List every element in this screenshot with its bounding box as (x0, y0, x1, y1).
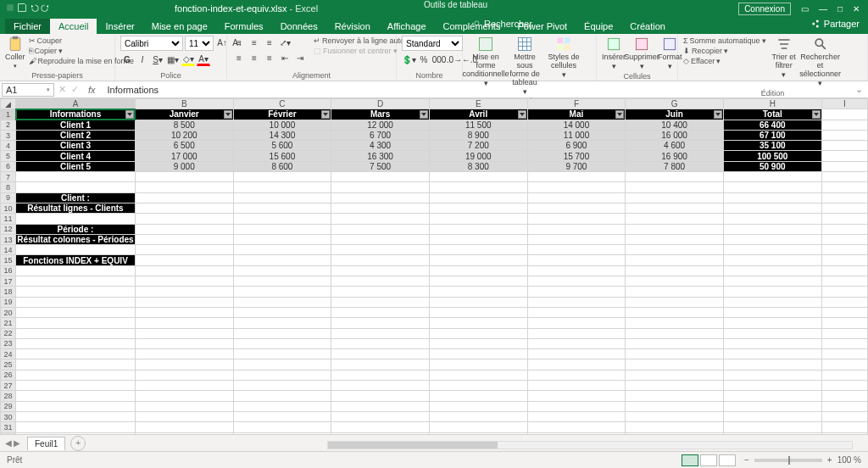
cell[interactable] (527, 381, 626, 391)
border-icon[interactable]: ▦▾ (166, 53, 180, 66)
inc-decimal-icon[interactable]: .0→ (448, 53, 461, 66)
cell[interactable] (429, 172, 527, 182)
row-header[interactable]: 22 (1, 328, 16, 338)
cell[interactable] (429, 307, 527, 317)
cell[interactable] (331, 401, 430, 411)
table-cell[interactable]: 15 700 (527, 151, 626, 161)
row-header[interactable]: 13 (1, 234, 16, 244)
cell[interactable] (626, 297, 724, 307)
cell[interactable] (429, 422, 527, 432)
enter-formula-icon[interactable]: ✓ (71, 84, 79, 95)
cell[interactable] (233, 265, 331, 276)
add-sheet-button[interactable]: + (70, 436, 86, 451)
cell[interactable] (331, 349, 430, 359)
cell[interactable] (233, 401, 331, 411)
cell[interactable] (429, 234, 527, 244)
cell[interactable] (135, 391, 233, 401)
cell[interactable] (723, 224, 821, 234)
col-header[interactable]: A (16, 99, 136, 109)
cell[interactable] (16, 411, 136, 421)
cell[interactable] (821, 422, 867, 432)
table-cell[interactable]: 8 900 (429, 130, 527, 140)
fx-icon[interactable]: fx (88, 85, 96, 95)
cell[interactable] (821, 401, 867, 411)
table-cell[interactable]: 14 000 (527, 120, 626, 130)
table-header-cell[interactable]: Mars (331, 109, 430, 120)
cell[interactable] (429, 245, 527, 255)
cell[interactable] (233, 182, 331, 192)
orientation-icon[interactable]: ⤢▾ (278, 36, 292, 49)
cell[interactable] (331, 214, 430, 224)
cell[interactable] (723, 370, 821, 380)
cell[interactable] (821, 411, 867, 421)
cell[interactable] (233, 192, 331, 203)
zoom-in-icon[interactable]: + (827, 455, 832, 465)
cell[interactable] (527, 422, 626, 432)
row-header[interactable]: 7 (1, 172, 16, 182)
cell[interactable] (429, 297, 527, 307)
cell[interactable] (233, 224, 331, 234)
align-top-icon[interactable]: ≡ (232, 36, 246, 49)
cell[interactable] (429, 265, 527, 276)
cell[interactable] (233, 287, 331, 297)
cell[interactable] (135, 422, 233, 432)
table-cell[interactable]: 50 900 (723, 161, 821, 171)
cell[interactable] (821, 214, 867, 224)
info-cell[interactable]: Résultat lignes - Clients (16, 203, 136, 213)
underline-icon[interactable]: S▾ (151, 53, 164, 66)
cell[interactable] (135, 287, 233, 297)
cell[interactable] (723, 203, 821, 213)
cell[interactable] (527, 338, 626, 348)
cell[interactable] (527, 370, 626, 380)
table-cell[interactable]: 16 900 (626, 151, 724, 161)
cell[interactable] (527, 297, 626, 307)
cell[interactable] (331, 307, 430, 317)
cell[interactable] (626, 422, 724, 432)
cell[interactable] (331, 245, 430, 255)
cell[interactable] (16, 287, 136, 297)
cell[interactable] (429, 338, 527, 348)
cell[interactable] (527, 224, 626, 234)
table-cell[interactable]: 35 100 (723, 141, 821, 151)
font-size-select[interactable]: 11 (185, 36, 214, 51)
insert-cells-button[interactable]: Insérer▾ (602, 36, 626, 71)
cell[interactable] (429, 192, 527, 203)
maximize-icon[interactable]: □ (837, 4, 843, 14)
cell[interactable] (527, 234, 626, 244)
cell[interactable] (626, 411, 724, 421)
row-header[interactable]: 17 (1, 276, 16, 287)
cell[interactable] (821, 307, 867, 317)
table-cell[interactable]: 8 300 (429, 161, 527, 171)
cell[interactable] (626, 328, 724, 338)
table-header-cell[interactable]: Janvier (135, 109, 233, 120)
col-header[interactable]: G (626, 99, 724, 109)
cell[interactable] (233, 411, 331, 421)
cell[interactable] (527, 276, 626, 287)
cell[interactable] (429, 287, 527, 297)
cell[interactable] (233, 297, 331, 307)
zoom-out-icon[interactable]: − (744, 455, 749, 465)
table-row-label[interactable]: Client 5 (16, 161, 136, 171)
row-header[interactable]: 4 (1, 141, 16, 151)
cell[interactable] (626, 182, 724, 192)
row-header[interactable]: 14 (1, 245, 16, 255)
row-header[interactable]: 21 (1, 318, 16, 328)
col-header[interactable]: D (331, 99, 430, 109)
cell[interactable] (16, 214, 136, 224)
cell[interactable] (331, 192, 430, 203)
cell[interactable] (821, 172, 867, 182)
number-format-select[interactable]: Standard (402, 36, 463, 51)
indent-dec-icon[interactable]: ⇤ (278, 51, 292, 64)
cell[interactable] (331, 182, 430, 192)
cell[interactable] (331, 224, 430, 234)
cell[interactable] (429, 349, 527, 359)
percent-icon[interactable]: % (417, 53, 431, 66)
cell[interactable] (429, 182, 527, 192)
formula-bar[interactable]: Informations (103, 85, 855, 95)
cell[interactable] (527, 391, 626, 401)
row-header[interactable]: 16 (1, 265, 16, 276)
cell[interactable] (135, 182, 233, 192)
cell[interactable] (527, 203, 626, 213)
table-cell[interactable]: 100 500 (723, 151, 821, 161)
cell[interactable] (135, 172, 233, 182)
